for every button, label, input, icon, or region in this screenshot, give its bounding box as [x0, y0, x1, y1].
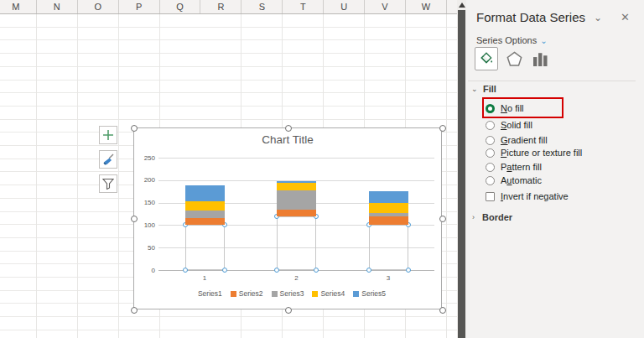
bar-segment-series3-cat1[interactable]: [185, 211, 225, 219]
scrollbar-thumb[interactable]: [458, 10, 465, 338]
legend-swatch: [272, 291, 278, 297]
tab-fill-and-line[interactable]: [475, 47, 498, 70]
radio-button[interactable]: [486, 176, 495, 185]
y-axis-tick-label: 50: [134, 244, 155, 252]
legend-swatch: [353, 291, 359, 297]
radio-option-gradient-fill[interactable]: Gradient fill: [486, 134, 548, 146]
x-axis-label-3: 3: [371, 274, 405, 282]
resize-handle-bottom-left[interactable]: [131, 307, 138, 314]
bar-segment-series5-cat3[interactable]: [369, 191, 408, 202]
tab-series-options[interactable]: [533, 52, 548, 70]
excel-window: MNOPQRSTUVW Chart Title 0501001502002501…: [0, 0, 644, 338]
option-label: No fill: [501, 103, 524, 113]
series-selection-handle[interactable]: [314, 268, 319, 273]
radio-button[interactable]: [486, 136, 495, 145]
radio-option-pattern-fill[interactable]: Pattern fill: [486, 161, 542, 173]
bar-segment-series2-cat2[interactable]: [277, 210, 316, 216]
radio-option-solid-fill[interactable]: Solid fill: [486, 119, 532, 131]
bar-segment-series5-cat2[interactable]: [277, 181, 316, 183]
bar-segment-series3-cat2[interactable]: [277, 190, 316, 210]
x-axis-label-1: 1: [188, 274, 221, 282]
column-header-Q[interactable]: Q: [160, 0, 201, 13]
resize-handle-top-right[interactable]: [439, 125, 446, 132]
column-header-S[interactable]: S: [242, 0, 283, 13]
fill-section-heading[interactable]: Fill: [483, 84, 496, 94]
chart-title[interactable]: Chart Title: [134, 133, 441, 146]
radio-button[interactable]: [486, 148, 495, 158]
option-label: Invert if negative: [501, 191, 569, 201]
series-selection-handle[interactable]: [366, 268, 371, 273]
y-axis-tick-label: 100: [134, 221, 155, 229]
resize-handle-bottom-middle[interactable]: [285, 307, 292, 314]
column-header-N[interactable]: N: [37, 0, 78, 13]
radio-button[interactable]: [486, 104, 495, 113]
column-header-U[interactable]: U: [324, 0, 365, 13]
series-selection-handle[interactable]: [274, 268, 279, 273]
legend-item-series2[interactable]: Series2: [231, 289, 263, 298]
gridline-0: [158, 270, 434, 271]
format-data-series-pane: Format Data Series ⌄ ✕ Series Options⌄ ⌄: [466, 0, 644, 338]
bar-segment-series4-cat3[interactable]: [369, 203, 408, 213]
column-header-O[interactable]: O: [78, 0, 119, 13]
option-label: Solid fill: [501, 120, 532, 130]
legend-swatch: [312, 291, 318, 297]
scroll-up-arrow-icon[interactable]: [459, 3, 465, 8]
resize-handle-middle-right[interactable]: [439, 216, 446, 222]
bar-segment-series5-cat1[interactable]: [185, 185, 225, 201]
checkbox[interactable]: [486, 192, 495, 201]
radio-option-picture-or-texture-fill[interactable]: Picture or texture fill: [486, 147, 582, 159]
column-header-V[interactable]: V: [365, 0, 406, 13]
tab-effects[interactable]: [506, 51, 522, 70]
resize-handle-top-left[interactable]: [131, 125, 138, 132]
bar-segment-series1-cat3[interactable]: [369, 225, 408, 270]
vertical-scrollbar[interactable]: [457, 0, 466, 338]
option-label: Gradient fill: [501, 135, 548, 145]
bar-segment-series1-cat1[interactable]: [185, 225, 225, 270]
bar-segment-series2-cat1[interactable]: [185, 218, 225, 225]
column-header-P[interactable]: P: [119, 0, 160, 13]
legend-swatch: [231, 291, 236, 297]
column-header-T[interactable]: T: [283, 0, 324, 13]
series-options-menu[interactable]: Series Options⌄: [476, 35, 548, 45]
column-header-M[interactable]: M: [0, 0, 37, 13]
chart-legend[interactable]: Series1Series2Series3Series4Series5: [134, 289, 441, 298]
column-header-R[interactable]: R: [201, 0, 242, 13]
resize-handle-bottom-right[interactable]: [439, 307, 446, 314]
radio-option-no-fill[interactable]: No fill: [486, 102, 524, 114]
bar-chart-icon: [533, 52, 548, 66]
resize-handle-top-middle[interactable]: [285, 125, 292, 132]
series-selection-handle[interactable]: [406, 268, 411, 273]
series-selection-handle[interactable]: [183, 268, 188, 273]
bar-segment-series1-cat2[interactable]: [277, 216, 316, 270]
border-section-chevron-icon[interactable]: ›: [472, 213, 475, 221]
border-section-heading[interactable]: Border: [482, 212, 512, 222]
bar-segment-series3-cat3[interactable]: [369, 213, 408, 216]
checkbox-option-invert-if-negative[interactable]: Invert if negative: [486, 190, 569, 202]
column-header-W[interactable]: W: [406, 0, 447, 13]
chart-styles-button[interactable]: [99, 150, 117, 169]
y-axis-tick-label: 0: [134, 267, 155, 274]
chart-elements-button[interactable]: [99, 126, 117, 144]
chart-filters-button[interactable]: [99, 174, 117, 193]
pane-collapse-chevron-icon[interactable]: ⌄: [594, 12, 602, 23]
series-selection-handle[interactable]: [222, 268, 227, 273]
resize-handle-middle-left[interactable]: [131, 216, 138, 222]
plus-icon: [102, 129, 114, 141]
chart-object[interactable]: Chart Title 050100150200250123 Series1Se…: [133, 127, 442, 309]
radio-option-automatic[interactable]: Automatic: [486, 174, 542, 186]
bar-segment-series4-cat2[interactable]: [277, 183, 316, 190]
radio-button[interactable]: [486, 163, 495, 172]
legend-item-series5[interactable]: Series5: [353, 289, 386, 298]
legend-label: Series2: [239, 289, 263, 298]
funnel-icon: [102, 178, 114, 190]
bar-segment-series2-cat3[interactable]: [369, 216, 408, 226]
legend-item-series1[interactable]: Series1: [190, 289, 222, 298]
option-label: Automatic: [501, 175, 542, 185]
bar-segment-series4-cat1[interactable]: [185, 201, 225, 211]
legend-item-series4[interactable]: Series4: [312, 289, 345, 298]
y-axis-tick-label: 200: [134, 176, 155, 184]
radio-button[interactable]: [486, 121, 495, 130]
fill-section-chevron-icon[interactable]: ⌄: [471, 85, 478, 93]
pane-close-icon[interactable]: ✕: [621, 11, 630, 23]
legend-item-series3[interactable]: Series3: [272, 289, 304, 298]
